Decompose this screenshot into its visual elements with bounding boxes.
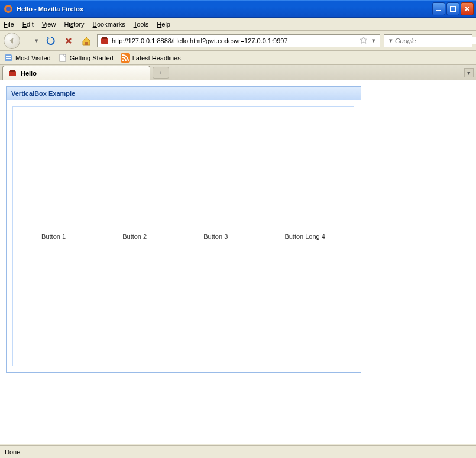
window-titlebar: Hello - Mozilla Firefox — [0, 0, 476, 18]
button-3[interactable]: Button 3 — [203, 233, 228, 240]
search-input[interactable] — [395, 37, 476, 44]
maximize-button[interactable] — [446, 2, 459, 15]
bookmark-label: Most Visited — [15, 54, 51, 61]
rss-icon — [121, 53, 130, 63]
most-visited-icon — [4, 53, 13, 63]
button-long-4[interactable]: Button Long 4 — [284, 233, 325, 240]
nav-history-dropdown[interactable]: ▾ — [33, 37, 40, 44]
back-button[interactable] — [4, 33, 20, 49]
bookmark-getting-started[interactable]: Getting Started — [58, 53, 114, 63]
panel-title: VerticalBox Example — [7, 87, 361, 100]
bookmark-most-visited[interactable]: Most Visited — [4, 53, 51, 63]
menu-tools[interactable]: Tools — [134, 21, 149, 28]
panel-body: Button 1 Button 2 Button 3 Button Long 4 — [7, 100, 361, 372]
button-row: Button 1 Button 2 Button 3 Button Long 4 — [12, 106, 354, 366]
svg-point-1 — [6, 7, 11, 11]
example-panel: VerticalBox Example Button 1 Button 2 Bu… — [6, 86, 361, 373]
stop-button[interactable] — [61, 34, 76, 48]
page-favicon-icon — [100, 36, 109, 46]
tab-list-dropdown[interactable]: ▾ — [464, 68, 474, 77]
button-1[interactable]: Button 1 — [41, 233, 66, 240]
menu-help[interactable]: Help — [157, 21, 170, 28]
status-text: Done — [5, 449, 20, 456]
menu-edit[interactable]: Edit — [22, 21, 34, 28]
bookmark-latest-headlines[interactable]: Latest Headlines — [121, 53, 181, 63]
back-forward-group: ▾ — [4, 33, 40, 49]
search-box[interactable]: ▾ — [384, 34, 472, 47]
menu-history[interactable]: History — [64, 21, 84, 28]
tab-favicon-icon — [8, 69, 17, 78]
bookmarks-toolbar: Most Visited Getting Started Latest Head… — [0, 51, 476, 65]
menu-file-label: ile — [8, 21, 14, 28]
search-engine-dropdown[interactable]: ▾ — [389, 37, 393, 44]
page-icon — [58, 53, 67, 63]
menu-file[interactable]: File — [4, 21, 14, 28]
navigation-toolbar: ▾ ▾ ▾ — [0, 31, 476, 51]
minimize-button[interactable] — [432, 2, 445, 15]
svg-rect-4 — [85, 42, 88, 45]
plus-icon: + — [159, 69, 163, 76]
menu-bookmarks[interactable]: Bookmarks — [93, 21, 125, 28]
tab-label: Hello — [21, 70, 37, 77]
tab-strip: Hello + ▾ — [0, 65, 476, 80]
status-bar: Done — [0, 445, 476, 458]
firefox-icon — [4, 4, 13, 14]
svg-rect-15 — [60, 54, 66, 61]
svg-rect-6 — [102, 37, 107, 39]
svg-point-17 — [122, 59, 124, 61]
svg-rect-13 — [6, 56, 11, 57]
window-buttons — [432, 2, 474, 15]
svg-rect-5 — [101, 38, 108, 44]
svg-rect-18 — [9, 71, 16, 76]
svg-rect-2 — [436, 10, 441, 11]
home-button[interactable] — [79, 34, 93, 48]
menu-view[interactable]: View — [42, 21, 56, 28]
tab-hello[interactable]: Hello — [2, 66, 150, 80]
url-dropdown[interactable]: ▾ — [370, 37, 377, 44]
button-2[interactable]: Button 2 — [122, 233, 147, 240]
url-bar[interactable]: ▾ — [97, 34, 380, 47]
page-content: VerticalBox Example Button 1 Button 2 Bu… — [0, 80, 476, 444]
bookmark-label: Getting Started — [70, 54, 114, 61]
new-tab-button[interactable]: + — [153, 67, 169, 79]
svg-rect-14 — [6, 58, 11, 59]
reload-button[interactable] — [44, 34, 58, 48]
window-title: Hello - Mozilla Firefox — [17, 5, 432, 12]
close-button[interactable] — [461, 2, 474, 15]
menu-bar: File Edit View History Bookmarks Tools H… — [0, 18, 476, 31]
svg-rect-16 — [121, 53, 130, 63]
bookmark-star-icon[interactable] — [360, 36, 368, 46]
svg-rect-3 — [451, 7, 455, 11]
url-input[interactable] — [112, 37, 357, 44]
svg-rect-19 — [10, 70, 15, 72]
bookmark-label: Latest Headlines — [132, 54, 181, 61]
